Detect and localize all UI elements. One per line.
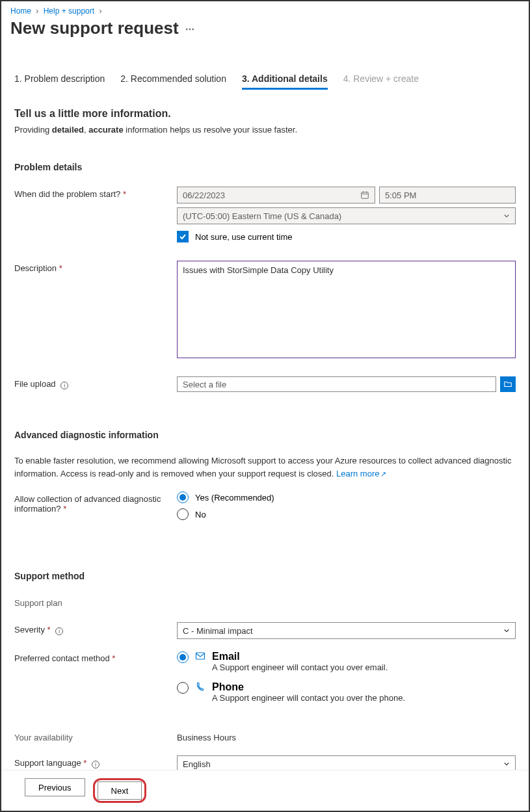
chevron-right-icon: ›	[36, 7, 38, 16]
radio-checked-icon	[177, 651, 189, 663]
diag-radio-yes[interactable]: Yes (Recommended)	[177, 491, 516, 503]
use-current-time-checkbox[interactable]: Not sure, use current time	[177, 231, 516, 242]
file-select-input[interactable]: Select a file	[177, 376, 496, 392]
learn-more-link[interactable]: Learn more	[336, 469, 379, 478]
svg-rect-4	[196, 653, 205, 659]
page-title: New support request⋯	[1, 17, 529, 42]
diag-radio-no[interactable]: No	[177, 508, 516, 520]
next-button[interactable]: Next	[98, 781, 142, 800]
info-icon[interactable]: i	[60, 382, 68, 389]
date-input[interactable]: 06/22/2023	[177, 187, 375, 203]
section-advanced-diag: Advanced diagnostic information	[14, 430, 516, 440]
use-current-time-label: Not sure, use current time	[195, 232, 293, 242]
info-icon[interactable]: i	[92, 761, 99, 768]
breadcrumb: Home › Help + support ›	[1, 1, 529, 17]
checkbox-checked-icon	[177, 231, 189, 242]
next-button-highlight: Next	[93, 778, 147, 803]
time-input[interactable]: 5:05 PM	[379, 187, 516, 203]
email-icon	[195, 651, 205, 661]
more-actions-icon[interactable]: ⋯	[185, 24, 195, 34]
label-support-language: Support language * i	[14, 755, 177, 768]
previous-button[interactable]: Previous	[25, 778, 85, 796]
contact-method-email[interactable]: Email A Support engineer will contact yo…	[177, 651, 516, 672]
wizard-tabs: 1. Problem description 2. Recommended so…	[14, 73, 516, 90]
label-support-plan: Support plan	[14, 596, 177, 608]
external-link-icon: ↗	[380, 470, 386, 478]
radio-unchecked-icon	[177, 682, 189, 694]
availability-value: Business Hours	[177, 730, 516, 742]
intro-heading: Tell us a little more information.	[14, 108, 516, 120]
wizard-footer: Previous Next	[1, 770, 529, 811]
file-browse-button[interactable]	[500, 376, 516, 392]
chevron-down-icon	[503, 627, 510, 634]
diag-radio-group: Yes (Recommended) No	[177, 491, 516, 520]
breadcrumb-help-support[interactable]: Help + support	[44, 7, 94, 16]
tab-problem-description[interactable]: 1. Problem description	[14, 73, 105, 90]
contact-method-phone[interactable]: Phone A Support engineer will contact yo…	[177, 681, 516, 703]
label-description: Description *	[14, 261, 177, 273]
calendar-icon	[360, 190, 369, 200]
svg-rect-0	[362, 192, 369, 199]
label-preferred-contact: Preferred contact method *	[14, 651, 177, 663]
radio-unchecked-icon	[177, 508, 189, 520]
info-icon[interactable]: i	[55, 627, 63, 635]
description-textarea[interactable]: Issues with StorSimple Data Copy Utility	[177, 261, 516, 358]
chevron-down-icon	[503, 761, 510, 767]
label-severity: Severity * i	[14, 622, 177, 635]
chevron-down-icon	[503, 213, 510, 219]
breadcrumb-home[interactable]: Home	[10, 7, 31, 16]
label-availability: Your availability	[14, 730, 177, 742]
tab-review-create: 4. Review + create	[343, 73, 419, 90]
section-problem-details: Problem details	[14, 162, 516, 172]
tab-additional-details[interactable]: 3. Additional details	[242, 73, 328, 90]
folder-icon	[503, 380, 512, 389]
radio-checked-icon	[177, 491, 189, 503]
label-file-upload: File upload i	[14, 376, 177, 389]
diag-description: To enable faster resolution, we recommen…	[14, 454, 516, 480]
label-when-start: When did the problem start? *	[14, 187, 177, 199]
phone-icon	[195, 681, 205, 692]
chevron-right-icon: ›	[99, 7, 101, 16]
intro-text: Providing detailed, accurate information…	[14, 125, 516, 135]
timezone-select[interactable]: (UTC-05:00) Eastern Time (US & Canada)	[177, 207, 516, 224]
section-support-method: Support method	[14, 571, 516, 581]
label-allow-diag: Allow collection of advanced diagnostic …	[14, 491, 177, 514]
tab-recommended-solution[interactable]: 2. Recommended solution	[120, 73, 226, 90]
severity-select[interactable]: C - Minimal impact	[177, 622, 516, 639]
